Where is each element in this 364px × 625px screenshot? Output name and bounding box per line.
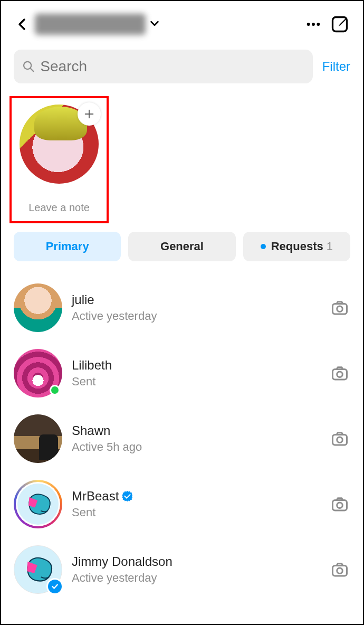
chat-name: Shawn (72, 423, 110, 438)
camera-button[interactable] (329, 297, 350, 318)
tab-general-label: General (160, 240, 204, 253)
camera-icon (330, 298, 349, 317)
search-row: Filter (1, 40, 363, 83)
inbox-tabs: Primary General Requests 1 (1, 223, 363, 261)
verified-badge-icon (122, 491, 132, 501)
your-note-avatar (20, 105, 99, 184)
add-note-button[interactable] (78, 102, 101, 126)
compose-icon (330, 15, 349, 34)
tab-general[interactable]: General (128, 232, 235, 261)
notes-row: Leave a note (1, 83, 363, 223)
svg-point-2 (317, 23, 320, 26)
header (1, 1, 363, 40)
search-box[interactable] (14, 50, 313, 83)
camera-button[interactable] (329, 428, 350, 449)
avatar (14, 349, 62, 397)
svg-point-1 (312, 23, 315, 26)
compose-button[interactable] (329, 14, 350, 35)
filter-link[interactable]: Filter (322, 59, 350, 74)
chat-status: Sent (72, 506, 320, 519)
chat-item[interactable]: Shawn Active 5h ago (14, 406, 350, 471)
svg-point-13 (337, 437, 343, 443)
verified-badge-icon (46, 578, 63, 595)
chevron-down-icon (149, 17, 160, 31)
search-input[interactable] (40, 58, 304, 75)
camera-button[interactable] (329, 494, 350, 515)
leave-note-card[interactable]: Leave a note (9, 96, 109, 223)
chat-item[interactable]: Jimmy Donaldson Active yesterday (14, 537, 350, 602)
camera-icon (330, 429, 349, 448)
chat-name: julie (72, 292, 94, 307)
chat-status: Active 5h ago (72, 440, 320, 454)
chat-item[interactable]: julie Active yesterday (14, 275, 350, 340)
camera-button[interactable] (329, 559, 350, 580)
chat-name: Lilibeth (72, 358, 112, 373)
leave-note-label: Leave a note (28, 202, 90, 214)
avatar (14, 283, 62, 332)
avatar (14, 414, 62, 463)
chat-status: Sent (72, 375, 320, 389)
camera-icon (330, 560, 349, 579)
chat-text: Lilibeth Sent (72, 358, 320, 389)
chat-list: julie Active yesterday Lilibeth Sent (1, 261, 363, 602)
chat-name: MrBeast (72, 489, 119, 504)
tab-requests[interactable]: Requests 1 (243, 232, 350, 261)
more-button[interactable] (303, 14, 324, 35)
svg-rect-10 (333, 370, 347, 380)
svg-point-17 (337, 568, 343, 574)
chat-name: Jimmy Donaldson (72, 554, 173, 569)
avatar (14, 545, 62, 594)
chat-item[interactable]: Lilibeth Sent (14, 340, 350, 406)
chevron-left-icon (16, 18, 28, 31)
back-button[interactable] (14, 16, 31, 33)
more-horizontal-icon (305, 16, 322, 33)
tab-primary[interactable]: Primary (14, 232, 121, 261)
chat-status: Active yesterday (72, 571, 320, 585)
svg-point-11 (337, 372, 343, 377)
tab-requests-label: Requests (271, 240, 323, 253)
chat-text: julie Active yesterday (72, 292, 320, 323)
unread-dot-icon (261, 244, 266, 249)
chat-status: Active yesterday (72, 309, 320, 323)
account-switcher[interactable] (35, 14, 160, 35)
online-indicator-icon (50, 385, 60, 395)
svg-rect-8 (333, 304, 347, 315)
svg-rect-12 (333, 435, 347, 446)
svg-line-5 (30, 68, 33, 71)
username-label (35, 14, 146, 35)
svg-rect-16 (333, 566, 347, 576)
avatar (14, 480, 62, 528)
svg-rect-14 (333, 500, 347, 511)
tab-primary-label: Primary (46, 240, 89, 253)
search-icon (22, 60, 35, 73)
camera-icon (330, 495, 349, 514)
camera-button[interactable] (329, 363, 350, 384)
svg-point-9 (337, 306, 343, 312)
chat-text: Shawn Active 5h ago (72, 423, 320, 454)
chat-text: Jimmy Donaldson Active yesterday (72, 554, 320, 585)
plus-icon (83, 108, 95, 120)
svg-point-0 (307, 23, 310, 26)
chat-text: MrBeast Sent (72, 489, 320, 519)
chat-item[interactable]: MrBeast Sent (14, 471, 350, 537)
camera-icon (330, 364, 349, 383)
svg-point-15 (337, 503, 343, 508)
tab-requests-count: 1 (327, 240, 333, 253)
